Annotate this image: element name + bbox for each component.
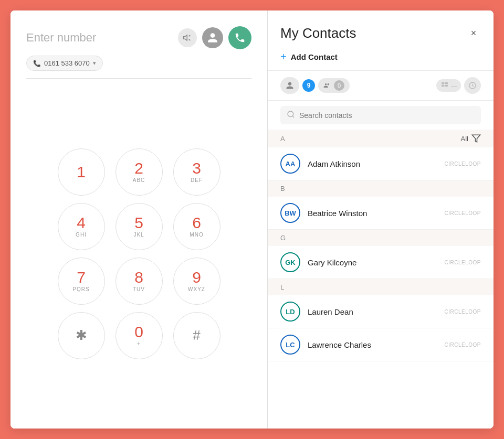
contact-button[interactable] (202, 27, 223, 48)
phone-icon: 📞 (33, 60, 41, 67)
avatar-gk: GK (280, 252, 300, 272)
dial-number-5: 5 (134, 215, 143, 231)
section-header-l: L (268, 279, 494, 295)
contact-name-beatrice: Beatrice Winston (308, 209, 437, 218)
call-button[interactable] (228, 26, 251, 49)
enter-number-placeholder: Enter number (26, 31, 96, 45)
dial-key-1[interactable]: 1 (58, 148, 105, 196)
section-letter-a: A (280, 135, 285, 143)
dialer-panel: Enter number (10, 10, 268, 429)
dial-key-5[interactable]: 5 JKL (116, 203, 163, 250)
contacts-list: A All AA Adam Atkinson CIRCLELOOP B BW (268, 130, 494, 429)
contact-item-gary-kilcoyne[interactable]: GK Gary Kilcoyne CIRCLELOOP (268, 246, 494, 279)
filter-tab-clock[interactable] (464, 77, 481, 94)
contact-source-lauren: CIRCLELOOP (445, 309, 481, 315)
svg-line-9 (292, 116, 294, 117)
filter-tab-groups[interactable]: 0 (318, 78, 350, 93)
contact-source-lawrence: CIRCLELOOP (445, 342, 481, 348)
dial-key-3[interactable]: 3 DEF (173, 148, 220, 196)
search-input[interactable] (299, 111, 475, 120)
phone-number: 0161 533 6070 (44, 59, 90, 67)
dial-key-hash[interactable]: # (173, 312, 220, 359)
dial-star-symbol: ✱ (76, 327, 87, 344)
dial-number-2: 2 (134, 160, 143, 176)
section-header-b: B (268, 180, 494, 197)
dialpad-row-4: ✱ 0 + # (58, 312, 220, 359)
group-count-badge: 0 (334, 80, 344, 91)
dial-letters-8: TUV (133, 286, 145, 292)
contact-name-lawrence: Lawrence Charles (308, 340, 437, 349)
svg-rect-5 (442, 85, 444, 87)
contact-source-gary: CIRCLELOOP (445, 260, 481, 265)
svg-rect-6 (445, 85, 448, 87)
dial-key-7[interactable]: 7 PQRS (58, 258, 105, 305)
dial-letters-2: ABC (133, 177, 145, 183)
filter-count-badge: 9 (302, 79, 315, 92)
dial-key-4[interactable]: 4 GHI (58, 203, 105, 250)
avatar-aa: AA (280, 154, 300, 174)
dialpad-row-2: 4 GHI 5 JKL 6 MNO (58, 203, 220, 250)
dial-number-6: 6 (192, 215, 201, 231)
section-header-g: G (268, 230, 494, 246)
filter-tabs: 9 0 — (268, 71, 494, 101)
dialer-divider (26, 78, 251, 79)
contact-item-adam-atkinson[interactable]: AA Adam Atkinson CIRCLELOOP (268, 147, 494, 180)
dial-key-6[interactable]: 6 MNO (173, 203, 220, 250)
contact-item-beatrice-winston[interactable]: BW Beatrice Winston CIRCLELOOP (268, 197, 494, 230)
section-header-a: A All (268, 130, 494, 147)
add-contact-row[interactable]: + Add Contact (268, 47, 494, 71)
dial-number-7: 7 (77, 270, 86, 285)
close-button[interactable]: × (466, 26, 481, 41)
contact-name-gary: Gary Kilcoyne (308, 258, 437, 267)
contacts-header: My Contacts × (268, 10, 494, 47)
app-container: Enter number (10, 10, 494, 429)
svg-marker-0 (184, 35, 187, 41)
dialer-actions (178, 26, 251, 49)
svg-line-1 (189, 35, 191, 37)
dial-letters-4: GHI (76, 232, 87, 238)
filter-tab-person[interactable]: — (436, 79, 461, 92)
add-contact-label: Add Contact (291, 52, 338, 61)
filter-tab-count[interactable]: 9 (302, 79, 315, 92)
dial-key-2[interactable]: 2 ABC (116, 148, 163, 196)
avatar-lc: LC (280, 335, 300, 355)
dial-key-9[interactable]: 9 WXYZ (173, 258, 220, 305)
volume-button[interactable] (178, 28, 197, 47)
dial-letters-0: + (137, 341, 141, 347)
dial-number-3: 3 (192, 160, 201, 176)
section-all-filter: All (461, 134, 481, 143)
dial-hash-symbol: # (193, 327, 200, 344)
number-display[interactable]: 📞 0161 533 6070 ▾ (26, 56, 103, 71)
svg-point-8 (288, 111, 293, 117)
dial-letters-5: JKL (133, 232, 144, 238)
section-letter-b: B (280, 185, 285, 192)
contact-item-lawrence-charles[interactable]: LC Lawrence Charles CIRCLELOOP (268, 328, 494, 361)
avatar-bw: BW (280, 203, 300, 223)
contacts-title: My Contacts (280, 25, 356, 41)
filter-icon (471, 134, 481, 143)
filter-tab-all-contacts[interactable] (280, 77, 299, 94)
section-letter-l: L (280, 283, 284, 291)
dialpad-row-1: 1 2 ABC 3 DEF (58, 148, 220, 196)
svg-rect-3 (442, 82, 444, 84)
dial-number-0: 0 (134, 324, 143, 340)
contact-item-lauren-dean[interactable]: LD Lauren Dean CIRCLELOOP (268, 295, 494, 328)
dial-key-0[interactable]: 0 + (116, 312, 163, 359)
section-letter-g: G (280, 234, 286, 242)
svg-marker-10 (472, 135, 480, 142)
dial-number-4: 4 (77, 215, 86, 231)
add-contact-plus-icon: + (280, 51, 287, 63)
dialpad: 1 2 ABC 3 DEF 4 GHI 5 JKL (26, 89, 251, 418)
contact-name-lauren: Lauren Dean (308, 307, 437, 316)
dialer-header: Enter number (26, 26, 251, 49)
dial-number-9: 9 (192, 270, 201, 285)
dial-letters-3: DEF (191, 177, 203, 183)
contact-name-adam: Adam Atkinson (308, 159, 437, 168)
search-icon (287, 110, 295, 120)
dial-key-8[interactable]: 8 TUV (116, 258, 163, 305)
svg-rect-4 (445, 82, 448, 84)
all-label: All (461, 135, 468, 143)
dial-key-star[interactable]: ✱ (58, 312, 105, 359)
dial-number-8: 8 (134, 270, 143, 285)
dial-number-1: 1 (77, 164, 86, 180)
